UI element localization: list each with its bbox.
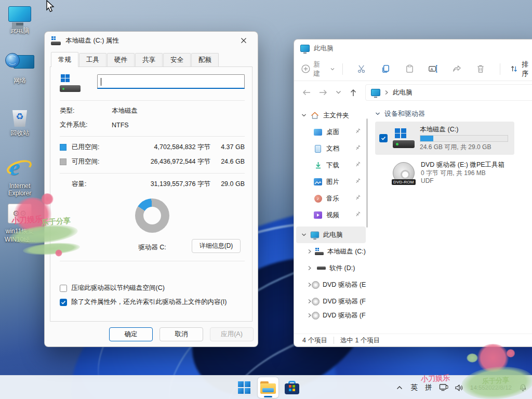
sidebar-item-desktop[interactable]: 桌面 [296,124,366,140]
tray-time: 14:55 [470,384,485,391]
cancel-button[interactable]: 取消 [159,327,203,341]
capacity-swatch-spacer [60,181,66,188]
sort-arrows-icon [510,64,518,73]
volume-icon[interactable] [452,377,466,398]
address-bar[interactable]: 此电脑 [365,84,532,101]
dialog-titlebar[interactable]: 本地磁盘 (C:) 属性 [45,32,258,49]
filesystem-label: 文件系统: [60,121,95,129]
section-devices-and-drives[interactable]: 设备和驱动器 [375,106,532,122]
used-space-bytes: 4,702,584,832 字节 [132,143,210,152]
recent-locations-button[interactable] [336,90,341,95]
taskbar-file-explorer-button[interactable] [258,377,278,398]
sidebar-item-label: 主文件夹 [323,111,349,120]
share-button[interactable] [445,64,469,74]
tab-security[interactable]: 安全 [163,53,191,67]
divider [60,261,245,261]
desktop-icon-win11-restore[interactable]: ⚙⚙ win11恢复 WIN10经... [0,204,39,243]
used-space-label: 已用空间: [72,143,132,152]
tab-general[interactable]: 常规 [51,52,78,67]
sidebar-item-music[interactable]: ♪ 音乐 [296,190,366,207]
apply-button[interactable]: 应用(A) [210,327,254,341]
pin-icon [355,128,361,136]
ime-english-indicator[interactable]: 英 [407,377,421,398]
up-button[interactable] [350,89,357,97]
tab-quota[interactable]: 配额 [191,53,219,67]
delete-button[interactable] [469,64,493,74]
sidebar-item-label: 音乐 [326,194,339,203]
chevron-right-icon [308,299,312,304]
desktop-icon-recycle-bin[interactable]: ♻ 回收站 [0,107,39,137]
close-button[interactable] [235,34,252,47]
type-value: 本地磁盘 [112,107,138,115]
desktop-icon-label: Internet Explorer [0,182,39,197]
tray-date: 2022/8/12 [485,384,512,391]
explorer-window-title: 此电脑 [314,44,334,53]
back-button[interactable] [302,89,311,96]
details-button[interactable]: 详细信息(D) [192,239,241,253]
sidebar-item-dvd-f[interactable]: DVD 驱动器 (F [296,293,366,310]
new-button[interactable]: 新建 [301,60,335,78]
index-checkbox-row[interactable]: 除了文件属性外，还允许索引此驱动器上文件的内容(I) [60,295,245,309]
rename-icon: A [428,64,438,74]
start-button[interactable] [234,377,255,398]
explorer-body: 主文件夹 桌面 文档 下载 [294,104,532,334]
explorer-statusbar: 4 个项目 选中 1 个项目 [294,334,532,347]
explorer-toolbar: 新建 A 排序 [294,57,532,81]
forward-button[interactable] [319,89,327,96]
filesystem-value: NTFS [112,122,129,129]
breadcrumb[interactable]: 此电脑 [393,88,413,97]
notification-bell-button[interactable]: z [516,377,530,398]
sidebar-item-drive-d[interactable]: 软件 (D:) [296,260,366,276]
explorer-titlebar[interactable]: 此电脑 [294,39,532,57]
sidebar-item-this-pc[interactable]: 此电脑 [296,227,366,243]
sidebar-item-downloads[interactable]: 下载 [296,157,366,174]
dialog-title: 本地磁盘 (C:) 属性 [65,36,235,45]
usage-bar-fill [420,136,433,141]
divider [60,173,245,174]
sidebar-item-label: 本地磁盘 (C:) [327,247,366,256]
chevron-right-icon [308,282,312,287]
drive-filesystem: UDF [421,177,510,185]
tab-tools[interactable]: 工具 [79,53,107,67]
sidebar-item-drive-c[interactable]: 本地磁盘 (C:) [296,243,366,260]
sidebar-item-home[interactable]: 主文件夹 [296,107,366,124]
sort-button[interactable]: 排序 [510,60,532,78]
explorer-navbar: 此电脑 [294,81,532,104]
sidebar-item-pictures[interactable]: 图片 [296,174,366,190]
taskbar-store-button[interactable] [282,377,302,398]
desktop-icon-internet-explorer[interactable]: e Internet Explorer [0,154,39,197]
copy-button[interactable] [374,64,397,74]
used-space-size: 4.37 GB [210,143,245,151]
drive-item-dvd-e[interactable]: DVD-ROM DVD 驱动器 (E:) 微PE工具箱 0 字节 可用, 共 1… [375,157,514,189]
sidebar-item-videos[interactable]: 视频 [296,207,366,223]
sidebar-item-label: 此电脑 [323,231,343,240]
tray-overflow-button[interactable] [393,377,406,398]
this-pc-icon [300,45,310,52]
sidebar-item-dvd-g[interactable]: DVD 驱动器 (F:) [296,310,366,321]
taskbar-clock[interactable]: 14:55 2022/8/12 [467,377,515,398]
checkbox-unchecked[interactable] [60,285,67,292]
desktop-icon-this-pc[interactable]: 此电脑 [0,6,39,34]
tab-hardware[interactable]: 硬件 [107,53,135,67]
chevron-right-icon [384,90,389,95]
sidebar-item-dvd-e[interactable]: DVD 驱动器 (E [296,276,366,293]
rename-button[interactable]: A [421,64,445,74]
section-header-label: 设备和驱动器 [384,109,425,118]
ime-pinyin-indicator[interactable]: 拼 [422,377,435,398]
tab-sharing[interactable]: 共享 [135,53,163,67]
desktop-icon-label: 此电脑 [0,27,39,34]
item-checkbox-checked[interactable] [379,134,388,142]
checkbox-checked[interactable] [60,299,67,306]
drive-item-c[interactable]: 本地磁盘 (C:) 24.6 GB 可用, 共 29.0 GB [375,122,514,155]
compress-checkbox-row[interactable]: 压缩此驱动器以节约磁盘空间(C) [60,281,245,295]
paste-button[interactable] [397,64,421,74]
home-icon [310,112,320,119]
drive-name-input[interactable] [97,74,245,89]
desktop-icon-network[interactable]: 网络 [0,53,39,84]
share-icon [452,64,462,74]
sidebar-item-documents[interactable]: 文档 [296,140,366,157]
dvd-icon [312,312,320,320]
ok-button[interactable]: 确定 [109,327,153,341]
cut-button[interactable] [350,64,374,74]
network-status-icon[interactable] [436,377,451,398]
